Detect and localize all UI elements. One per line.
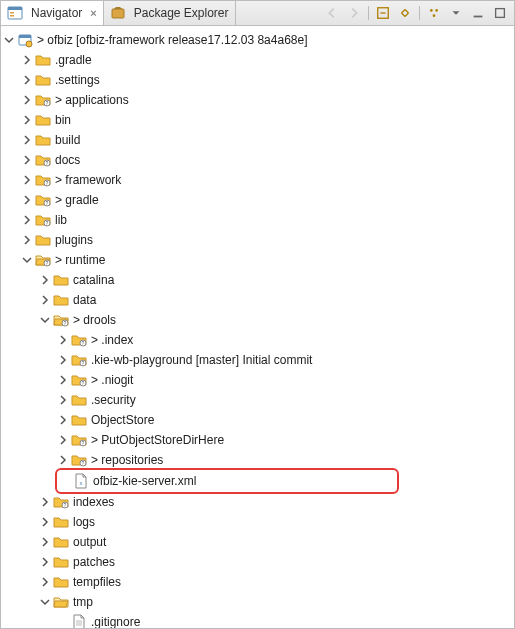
chevron-right-icon[interactable] (55, 412, 71, 428)
chevron-right-icon[interactable] (19, 212, 35, 228)
close-icon[interactable]: × (90, 7, 96, 19)
filters-button[interactable] (426, 5, 442, 21)
chevron-right-icon[interactable] (55, 432, 71, 448)
folder-decorated-icon: ? (35, 212, 51, 228)
svg-text:?: ? (46, 180, 49, 186)
chevron-right-icon[interactable] (19, 72, 35, 88)
folder-icon (71, 412, 87, 428)
folder-icon (53, 292, 69, 308)
chevron-down-icon[interactable] (1, 32, 17, 48)
chevron-right-icon[interactable] (19, 132, 35, 148)
chevron-down-icon[interactable] (37, 594, 53, 610)
svg-text:?: ? (64, 320, 67, 326)
svg-rect-4 (112, 9, 124, 18)
chevron-right-icon[interactable] (19, 172, 35, 188)
folder-decorated-icon: ? (35, 152, 51, 168)
tree-item-bin[interactable]: bin (1, 110, 514, 130)
back-button[interactable] (324, 5, 340, 21)
tree-item-logs[interactable]: logs (1, 512, 514, 532)
folder-icon (53, 514, 69, 530)
tree-item-kie-wb[interactable]: ?.kie-wb-playground [master] Initial com… (1, 350, 514, 370)
tree-item-framework[interactable]: ?> framework (1, 170, 514, 190)
chevron-right-icon[interactable] (55, 452, 71, 468)
tree-item-data[interactable]: data (1, 290, 514, 310)
tree-item-settings[interactable]: .settings (1, 70, 514, 90)
chevron-down-icon[interactable] (37, 312, 53, 328)
chevron-right-icon[interactable] (55, 352, 71, 368)
link-editor-button[interactable] (397, 5, 413, 21)
tree-item-kie-server-xml[interactable]: x ofbiz-kie-server.xml (57, 471, 397, 491)
chevron-right-icon[interactable] (19, 152, 35, 168)
folder-icon (71, 392, 87, 408)
svg-point-9 (435, 9, 438, 12)
forward-button[interactable] (346, 5, 362, 21)
folder-open-icon: ? (53, 312, 69, 328)
tree-item-putobjstore[interactable]: ?> PutObjectStoreDirHere (1, 430, 514, 450)
folder-decorated-icon: ? (53, 494, 69, 510)
tree-item-docs[interactable]: ?docs (1, 150, 514, 170)
tree-item-index[interactable]: ?> .index (1, 330, 514, 350)
tree[interactable]: > ofbiz [ofbiz-framework release17.12.03… (1, 26, 514, 628)
tree-item-security[interactable]: .security (1, 390, 514, 410)
tree-item-plugins[interactable]: plugins (1, 230, 514, 250)
folder-icon (53, 574, 69, 590)
tree-item-gradle2[interactable]: ?> gradle (1, 190, 514, 210)
tree-item-drools[interactable]: ?> drools (1, 310, 514, 330)
tree-item-build[interactable]: build (1, 130, 514, 150)
tab-navigator[interactable]: Navigator × (1, 1, 104, 25)
tree-root-label: > ofbiz [ofbiz-framework release17.12.03… (37, 33, 308, 47)
folder-decorated-icon: ? (35, 172, 51, 188)
chevron-right-icon[interactable] (19, 232, 35, 248)
folder-icon (35, 232, 51, 248)
tree-item-output[interactable]: output (1, 532, 514, 552)
tree-item-indexes[interactable]: ?indexes (1, 492, 514, 512)
chevron-right-icon[interactable] (37, 514, 53, 530)
tree-item-catalina[interactable]: catalina (1, 270, 514, 290)
chevron-right-icon[interactable] (19, 52, 35, 68)
tree-item-runtime[interactable]: ?> runtime (1, 250, 514, 270)
view-menu-button[interactable] (448, 5, 464, 21)
project-icon (17, 32, 33, 48)
chevron-right-icon[interactable] (55, 372, 71, 388)
tree-item-niogit[interactable]: ?> .niogit (1, 370, 514, 390)
svg-text:?: ? (82, 460, 85, 466)
tree-item-gitignore[interactable]: .gitignore (1, 612, 514, 628)
chevron-right-icon[interactable] (55, 332, 71, 348)
tree-root[interactable]: > ofbiz [ofbiz-framework release17.12.03… (1, 30, 514, 50)
svg-text:?: ? (82, 440, 85, 446)
chevron-down-icon[interactable] (19, 252, 35, 268)
chevron-right-icon[interactable] (37, 554, 53, 570)
chevron-right-icon[interactable] (37, 292, 53, 308)
chevron-right-icon[interactable] (37, 534, 53, 550)
tree-item-applications[interactable]: ?> applications (1, 90, 514, 110)
svg-point-15 (26, 41, 32, 47)
tree-item-patches[interactable]: patches (1, 552, 514, 572)
navigator-icon (7, 5, 23, 21)
navigator-view: Navigator × Package Explorer (0, 0, 515, 629)
chevron-right-icon[interactable] (19, 192, 35, 208)
tab-package-explorer-label: Package Explorer (134, 6, 229, 20)
package-explorer-icon (110, 5, 126, 21)
maximize-button[interactable] (492, 5, 508, 21)
collapse-all-button[interactable] (375, 5, 391, 21)
tab-package-explorer[interactable]: Package Explorer (104, 1, 236, 25)
chevron-right-icon[interactable] (37, 494, 53, 510)
tree-item-repositories[interactable]: ?> repositories (1, 450, 514, 470)
folder-decorated-icon: ? (71, 432, 87, 448)
tree-item-gradle[interactable]: .gradle (1, 50, 514, 70)
chevron-right-icon[interactable] (37, 574, 53, 590)
chevron-right-icon[interactable] (37, 272, 53, 288)
folder-decorated-icon: ? (35, 192, 51, 208)
chevron-right-icon[interactable] (19, 92, 35, 108)
tree-item-objectstore[interactable]: ObjectStore (1, 410, 514, 430)
tree-item-tmp[interactable]: tmp (1, 592, 514, 612)
svg-text:?: ? (46, 160, 49, 166)
folder-decorated-icon: ? (71, 352, 87, 368)
tree-item-lib[interactable]: ?lib (1, 210, 514, 230)
view-toolbar (318, 5, 514, 21)
chevron-right-icon[interactable] (55, 392, 71, 408)
chevron-right-icon[interactable] (19, 112, 35, 128)
folder-icon (53, 534, 69, 550)
tree-item-tempfiles[interactable]: tempfiles (1, 572, 514, 592)
minimize-button[interactable] (470, 5, 486, 21)
